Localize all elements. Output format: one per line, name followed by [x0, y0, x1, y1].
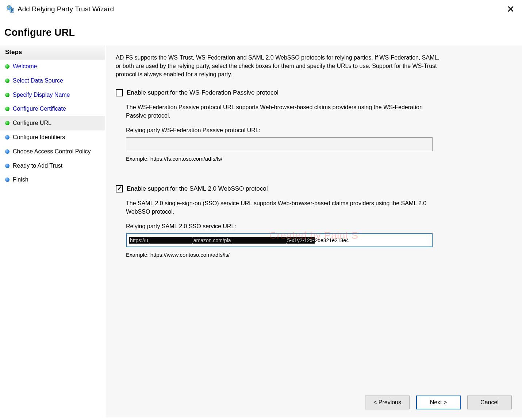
- step-label: Select Data Source: [13, 77, 63, 85]
- step-configure-certificate[interactable]: Configure Certificate: [0, 102, 105, 116]
- step-bullet-icon: [5, 79, 9, 83]
- saml-url-seg1: https://u: [129, 237, 149, 244]
- svg-rect-2: [11, 9, 13, 10]
- saml-description: The SAML 2.0 single-sign-on (SSO) servic…: [126, 199, 429, 216]
- wsfed-checkbox-row: Enable support for the WS-Federation Pas…: [116, 89, 512, 96]
- step-bullet-icon: [5, 64, 9, 69]
- step-select-data-source[interactable]: Select Data Source: [0, 74, 105, 88]
- step-configure-identifiers[interactable]: Configure Identifiers: [0, 130, 105, 145]
- steps-header: Steps: [0, 45, 105, 60]
- button-bar: < Previous Next > Cancel: [365, 396, 512, 409]
- step-label: Specify Display Name: [13, 91, 70, 99]
- step-bullet-icon: [5, 93, 9, 97]
- saml-url-seg3: 5-x1y2-12x-: [287, 237, 315, 244]
- window-title: Add Relying Party Trust Wizard: [18, 5, 114, 13]
- step-specify-display-name[interactable]: Specify Display Name: [0, 88, 105, 102]
- step-label: Choose Access Control Policy: [13, 148, 91, 156]
- step-welcome[interactable]: Welcome: [0, 60, 105, 74]
- saml-url-input[interactable]: https://u amazon.com/pla 5-x1y2-12x- 2de…: [126, 233, 433, 247]
- wsfed-checkbox[interactable]: [116, 89, 123, 96]
- step-bullet-icon: [5, 177, 9, 182]
- step-label: Configure Certificate: [13, 105, 66, 113]
- saml-checkbox-row: Enable support for the SAML 2.0 WebSSO p…: [116, 185, 512, 192]
- body-area: Steps Welcome Select Data Source Specify…: [0, 45, 522, 417]
- titlebar: Add Relying Party Trust Wizard ✕: [0, 0, 522, 18]
- step-bullet-icon: [5, 107, 9, 111]
- cancel-button[interactable]: Cancel: [467, 396, 512, 409]
- step-ready-to-add-trust[interactable]: Ready to Add Trust: [0, 159, 105, 173]
- wsfed-description: The WS-Federation Passive protocol URL s…: [126, 103, 429, 120]
- step-label: Configure Identifiers: [13, 134, 65, 141]
- redacted-segment: [149, 237, 193, 244]
- step-configure-url[interactable]: Configure URL: [0, 116, 105, 130]
- wsfed-example: Example: https://fs.contoso.com/adfs/ls/: [126, 156, 512, 162]
- step-bullet-icon: [5, 135, 9, 140]
- saml-checkbox[interactable]: [116, 185, 123, 192]
- saml-example: Example: https://www.contoso.com/adfs/ls…: [126, 252, 512, 258]
- step-label: Configure URL: [13, 119, 51, 127]
- step-finish[interactable]: Finish: [0, 173, 105, 187]
- step-label: Welcome: [13, 63, 37, 70]
- previous-button[interactable]: < Previous: [365, 396, 410, 409]
- wsfed-checkbox-label: Enable support for the WS-Federation Pas…: [127, 89, 279, 96]
- step-bullet-icon: [5, 121, 9, 125]
- saml-checkbox-label: Enable support for the SAML 2.0 WebSSO p…: [127, 185, 268, 192]
- adfs-wizard-icon: [7, 5, 15, 13]
- svg-point-5: [8, 7, 9, 8]
- steps-sidebar: Steps Welcome Select Data Source Specify…: [0, 45, 105, 417]
- saml-url-label: Relying party SAML 2.0 SSO service URL:: [126, 223, 512, 230]
- close-button[interactable]: ✕: [504, 4, 517, 15]
- step-bullet-icon: [5, 149, 9, 154]
- step-label: Finish: [13, 176, 28, 184]
- saml-url-seg2: amazon.com/pla: [193, 237, 232, 244]
- title-left: Add Relying Party Trust Wizard: [7, 5, 114, 13]
- wsfed-url-label: Relying party WS-Federation Passive prot…: [126, 127, 512, 134]
- svg-rect-3: [11, 10, 13, 11]
- saml-url-seg4: 2de321e213e4: [315, 237, 349, 243]
- content-panel: AD FS supports the WS-Trust, WS-Federati…: [105, 45, 522, 417]
- wsfed-url-input[interactable]: [126, 137, 433, 151]
- page-heading: Configure URL: [0, 18, 522, 45]
- svg-rect-4: [11, 11, 12, 12]
- intro-text: AD FS supports the WS-Trust, WS-Federati…: [116, 53, 444, 79]
- next-button[interactable]: Next >: [416, 396, 461, 409]
- step-bullet-icon: [5, 164, 9, 168]
- step-choose-access-control-policy[interactable]: Choose Access Control Policy: [0, 145, 105, 159]
- step-label: Ready to Add Trust: [13, 162, 62, 170]
- redacted-segment: [232, 237, 287, 244]
